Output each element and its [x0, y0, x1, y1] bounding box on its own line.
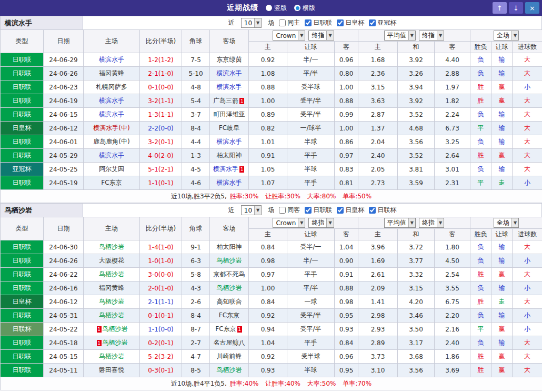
home-team-name: 横滨水手(中): [93, 124, 129, 132]
avg-away-odds: 1.82: [435, 94, 470, 108]
league-badge: 日职联: [1, 336, 44, 350]
table-head: 类型日期主场比分(半场)角球客场Crown▼终指▼平均值▼终指▼全场▼主让球客主…: [1, 217, 542, 240]
bookmaker-select[interactable]: Crown▼: [273, 218, 305, 228]
match-row: 日职联24-05-181鸟栖沙岩0-2(0-1)2-7名古屋鲸八1.04平手0.…: [1, 336, 542, 350]
league-filter-2-checkbox[interactable]: [369, 19, 376, 26]
scroll-up-button[interactable]: ↑: [493, 2, 507, 14]
league-badge: 日职联: [1, 240, 44, 254]
avg-away-odds: 1.86: [435, 350, 470, 364]
match-row: 亚冠杯24-05-25阿尔艾因5-1(2-1)4-5横滨水手11.05半球0.8…: [1, 163, 542, 176]
radio-vertical-label: 竖版: [274, 4, 287, 13]
league-filter-1[interactable]: 日皇杯: [337, 18, 364, 27]
bk-home-odds: 1.05: [249, 163, 287, 176]
bk-handicap: 半/一: [287, 53, 335, 67]
match-count-select-value: 10: [244, 207, 252, 214]
bookmaker-stage-select[interactable]: 终指▼: [308, 218, 334, 228]
score: 0-3(0-1): [140, 364, 182, 377]
scope-select[interactable]: 全场▼: [494, 218, 519, 228]
corner-count: 7-5: [182, 53, 210, 67]
home-team: 鸟栖沙岩: [84, 240, 140, 254]
avg-draw-odds: 4.20: [398, 295, 435, 309]
bk-home-odds: 0.89: [249, 108, 287, 122]
league-badge: 日联杯: [1, 323, 44, 336]
corner-count: 9-1: [182, 240, 210, 254]
away-team: 鸟栖沙岩: [210, 364, 249, 377]
team-section: 鸟栖沙岩近10▼场同客日职联日皇杯日联杯类型日期主场比分(半场)角球客场Crow…: [0, 203, 542, 390]
same-venue-filter[interactable]: 同客: [279, 206, 300, 215]
league-filter-0-checkbox[interactable]: [305, 19, 312, 26]
home-team-name: 福冈黄蜂: [99, 69, 124, 77]
match-count-select[interactable]: 10▼: [241, 18, 262, 28]
result-handicap: 赢: [491, 81, 513, 94]
league-filter-0[interactable]: 日职联: [305, 18, 332, 27]
home-team: 福冈黄蜂: [84, 282, 140, 295]
bk-away-odds: 0.88: [335, 94, 358, 108]
average-select[interactable]: 平均值▼: [384, 218, 416, 228]
result-handicap: 输: [491, 163, 513, 176]
avg-away-odds: 6.73: [435, 122, 470, 135]
chevron-down-icon: ▼: [408, 31, 415, 40]
bk-home-odds: 0.92: [249, 53, 287, 67]
avg-away-odds: 2.88: [435, 67, 470, 81]
same-venue-filter[interactable]: 同主: [279, 18, 300, 27]
bk-handicap: 一球: [287, 295, 335, 309]
layout-radio-horizontal[interactable]: 横版: [294, 4, 315, 13]
chevron-down-icon: ▼: [511, 31, 518, 40]
league-filter-2-checkbox[interactable]: [369, 207, 376, 214]
bk-away-odds: 1.04: [335, 240, 358, 254]
league-filter-1-checkbox[interactable]: [337, 19, 344, 26]
down-arrow-icon: ↓: [513, 4, 519, 12]
result-handicap: 赢: [491, 364, 513, 377]
match-count-select[interactable]: 10▼: [241, 205, 262, 215]
result-winloss: 负: [470, 240, 491, 254]
bk-handicap: 一/球半: [287, 122, 335, 135]
league-filter-1-checkbox[interactable]: [337, 207, 344, 214]
layout-radio-vertical[interactable]: 竖版: [266, 4, 287, 13]
corner-count: 3-7: [182, 108, 210, 122]
bk-away-odds: 0.88: [335, 282, 358, 295]
average-stage-select[interactable]: 终指▼: [419, 31, 444, 41]
match-row: 日职联24-06-15横滨水手1-3(1-1)3-7町田泽维亚0.89受平/半0…: [1, 108, 542, 122]
avg-away-odds: 4.50: [435, 254, 470, 268]
bk-away-odds: 1.00: [335, 81, 358, 94]
bookmaker-select[interactable]: Crown▼: [273, 31, 305, 41]
scope-select[interactable]: 全场▼: [494, 31, 519, 41]
average-stage-select[interactable]: 终指▼: [419, 218, 444, 228]
league-filter-1[interactable]: 日皇杯: [337, 206, 364, 215]
avg-away-odds: 1.80: [435, 240, 470, 254]
close-button[interactable]: ×: [525, 2, 539, 14]
result-winloss: 负: [470, 108, 491, 122]
sub-header-7: 让球: [491, 229, 513, 240]
same-venue-filter-checkbox[interactable]: [279, 19, 286, 26]
league-filter-0[interactable]: 日职联: [305, 206, 332, 215]
average-select-value: 平均值: [387, 218, 406, 227]
home-team-name: FC东京: [101, 179, 122, 186]
result-winloss: 胜: [470, 94, 491, 108]
match-date: 24-06-01: [44, 135, 84, 149]
avg-home-odds: 3.96: [358, 240, 398, 254]
league-filter-0-checkbox[interactable]: [305, 207, 312, 214]
avg-home-odds: 1.69: [358, 254, 398, 268]
bookmaker-stage-select[interactable]: 终指▼: [308, 31, 334, 41]
away-team: 柏太阳神: [210, 240, 249, 254]
col-header-2: 主场: [84, 217, 140, 240]
average-stage-select-value: 终指: [422, 31, 435, 40]
same-venue-filter-checkbox[interactable]: [279, 207, 286, 214]
average-select[interactable]: 平均值▼: [384, 31, 416, 41]
result-winloss: 胜: [470, 81, 491, 94]
home-team: 鸟栖沙岩: [84, 268, 140, 282]
bk-away-odds: 0.90: [335, 254, 358, 268]
league-filter-2[interactable]: 亚冠杯: [369, 18, 396, 27]
score: 3-2(0-1): [140, 135, 182, 149]
avg-draw-odds: 4.68: [398, 122, 435, 135]
team-name: 横滨水手: [1, 16, 83, 29]
league-filter-2[interactable]: 日联杯: [369, 206, 396, 215]
scroll-down-button[interactable]: ↓: [509, 2, 523, 14]
corner-count: 8-5: [182, 364, 210, 377]
corner-count: 4-4: [182, 135, 210, 149]
unit-label: 场: [268, 206, 274, 215]
avg-home-odds: 1.68: [358, 53, 398, 67]
league-filter-1-label: 日皇杯: [345, 206, 364, 215]
league-badge: 日职联: [1, 176, 44, 190]
titlebar-center: 近期战绩 竖版 横版: [227, 3, 315, 13]
